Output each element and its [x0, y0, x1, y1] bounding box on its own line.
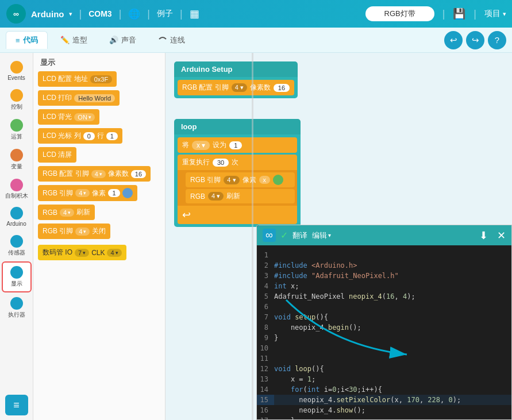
loop-inner: RGB 引脚 4 ▾ 像素 x RGB 4 ▾ 刷新: [178, 170, 297, 206]
tab-costume-icon: ✏️: [60, 36, 70, 44]
code-line-1: 1: [257, 250, 511, 260]
edit-dropdown-icon: ▾: [328, 232, 331, 238]
code-translate-label[interactable]: 翻译: [292, 230, 307, 241]
sidebar-item-arduino[interactable]: Arduino: [2, 203, 32, 230]
loop-block: loop 将 x ▾ 设为 1 重复执行 30 次: [174, 119, 301, 227]
code-line-10: 10: [257, 343, 511, 353]
blocks-section-title: 显示: [38, 57, 160, 68]
tab-costume[interactable]: ✏️ 造型: [51, 32, 97, 49]
code-line-6: 6: [257, 302, 511, 312]
sidebar-item-operations[interactable]: 运算: [2, 115, 32, 144]
code-line-3: 3#include "Adafruit_NeoPixel.h": [257, 271, 511, 281]
help-button[interactable]: ?: [488, 31, 506, 49]
code-line-14: 14 for(int i=0;i<30;i++){: [257, 384, 511, 395]
arduino-infinity-icon: ∞: [263, 229, 276, 242]
tab-sound-label: 声音: [121, 35, 136, 45]
rgb-refresh-dropdown[interactable]: 4 ▾: [208, 192, 224, 201]
block-rgb-close[interactable]: RGB 引脚 4 关闭: [38, 224, 110, 239]
sidebar-control-label: 控制: [11, 103, 22, 111]
setup-header: Arduino Setup: [174, 61, 298, 77]
code-line-16: 16 neopix_4.show();: [257, 405, 511, 415]
arduino-label[interactable]: Arduino: [31, 9, 64, 19]
rgb-pin-dropdown[interactable]: 4 ▾: [224, 176, 239, 184]
sidebar-operations-label: 运算: [11, 133, 22, 141]
rgb-color-green-circle[interactable]: [273, 175, 283, 185]
sidebar-events-label: Events: [7, 75, 25, 81]
loop-assign-row[interactable]: 将 x ▾ 设为 1: [178, 137, 297, 153]
color-circle-blue[interactable]: [122, 188, 133, 198]
sidebar: Events 控制 运算 变量 自制积木 Arduino 传感器 显示: [0, 53, 33, 420]
loop-repeat-row[interactable]: 重复执行 30 次: [178, 155, 297, 170]
redo-button[interactable]: ↪: [466, 31, 484, 49]
code-line-17: 17 }: [257, 415, 511, 419]
save-icon[interactable]: 💾: [453, 7, 465, 20]
tab-code-icon: ≡: [16, 36, 20, 45]
sidebar-item-custom[interactable]: 自制积木: [2, 175, 32, 202]
loop-body: 将 x ▾ 设为 1 重复执行 30 次 RGB 引脚 4 ▾: [174, 134, 301, 227]
assign-var-dropdown[interactable]: x ▾: [192, 141, 210, 150]
code-line-7: 7void setup(){: [257, 312, 511, 322]
rgb-refresh-row[interactable]: RGB 4 ▾ 刷新: [186, 189, 295, 203]
sidebar-variables-label: 变量: [11, 163, 22, 171]
code-line-15: 15 neopix_4.setPixelColor(x, 170, 228, 0…: [257, 395, 511, 405]
topbar-separator-1: |: [79, 8, 82, 20]
canvas-scrollbar[interactable]: [252, 53, 253, 420]
block-lcd-backlight[interactable]: LCD 背光 ON: [38, 109, 99, 125]
loop-header: loop: [174, 119, 301, 134]
setup-rgb-config-row[interactable]: RGB 配置 引脚 4 ▾ 像素数 16: [178, 80, 294, 95]
tab-costume-label: 造型: [72, 35, 87, 45]
sidebar-item-events[interactable]: Events: [2, 57, 32, 84]
blocks-panel: 显示 LCD 配置 地址 0x3F LCD 打印 Hello World LCD…: [33, 53, 165, 420]
code-panel: ∞ ✓ 翻译 编辑 ▾ ⬇ ✕ 1 2#include <Arduino.h> …: [256, 225, 512, 420]
code-check-icon[interactable]: ✓: [280, 230, 288, 241]
block-digit-tube[interactable]: 数码管 IO 7 CLK 4: [38, 245, 126, 260]
block-rgb-refresh[interactable]: RGB 4 刷新: [38, 205, 95, 220]
main-area: Events 控制 运算 变量 自制积木 Arduino 传感器 显示: [0, 53, 512, 420]
menu-button[interactable]: ≡: [5, 395, 28, 415]
topbar-separator-2: |: [119, 8, 122, 20]
sidebar-item-control[interactable]: 控制: [2, 86, 32, 114]
block-lcd-clear[interactable]: LCD 清屏: [38, 147, 76, 163]
rgb-pixel-row[interactable]: RGB 引脚 4 ▾ 像素 x: [186, 172, 295, 187]
tab-wire-icon: [158, 34, 167, 45]
sidebar-item-display[interactable]: 显示: [2, 261, 32, 292]
com-label[interactable]: COM3: [88, 9, 111, 18]
loop-repeat-bottom: ↩: [178, 206, 297, 224]
setup-block: Arduino Setup RGB 配置 引脚 4 ▾ 像素数 16: [174, 61, 298, 98]
sidebar-item-sensor[interactable]: 传感器: [2, 232, 32, 260]
arduino-dropdown-icon[interactable]: ▾: [69, 10, 72, 18]
block-rgb-config[interactable]: RGB 配置 引脚 4 像素数 16: [38, 166, 151, 182]
block-lcd-config[interactable]: LCD 配置 地址 0x3F: [38, 71, 117, 87]
tab-sound[interactable]: 🔊 声音: [100, 32, 145, 49]
arduino-logo-icon: ∞: [6, 3, 26, 24]
example-label[interactable]: 例子: [157, 9, 173, 19]
code-body: 1 2#include <Arduino.h> 3#include "Adafr…: [257, 245, 511, 419]
block-rgb-pixel[interactable]: RGB 引脚 4 像素 1: [38, 185, 137, 201]
code-line-2: 2#include <Arduino.h>: [257, 260, 511, 271]
search-box: RGB灯带: [365, 6, 434, 21]
topbar-separator-4: |: [180, 8, 183, 20]
tab-wire[interactable]: 连线: [149, 31, 194, 49]
rgb-pixel-var: x: [259, 176, 271, 184]
topbar-separator-6: |: [473, 8, 476, 20]
code-edit-dropdown[interactable]: 编辑 ▾: [312, 230, 331, 241]
code-download-icon[interactable]: ⬇: [479, 229, 488, 242]
code-close-icon[interactable]: ✕: [497, 229, 506, 242]
globe-icon[interactable]: 🌐: [128, 8, 140, 20]
tab-code[interactable]: ≡ 代码: [6, 31, 48, 49]
project-label: 项目: [484, 9, 501, 19]
undo-button[interactable]: ↩: [444, 31, 463, 49]
sidebar-display-label: 显示: [11, 280, 22, 288]
block-lcd-cursor[interactable]: LCD 光标 列 0 行 1: [38, 128, 122, 144]
block-lcd-print[interactable]: LCD 打印 Hello World: [38, 90, 120, 106]
sidebar-actuator-label: 执行器: [8, 311, 25, 319]
sidebar-custom-label: 自制积木: [5, 192, 28, 199]
sidebar-item-actuator[interactable]: 执行器: [2, 294, 32, 322]
sidebar-arduino-label: Arduino: [6, 221, 26, 227]
setup-pin-dropdown[interactable]: 4 ▾: [232, 83, 247, 92]
tab-code-label: 代码: [23, 35, 38, 45]
project-dropdown[interactable]: 项目 ▾: [484, 9, 506, 19]
sidebar-item-variables[interactable]: 变量: [2, 145, 32, 174]
blocks-icon: ▦: [190, 7, 199, 20]
project-dropdown-icon: ▾: [503, 10, 506, 18]
